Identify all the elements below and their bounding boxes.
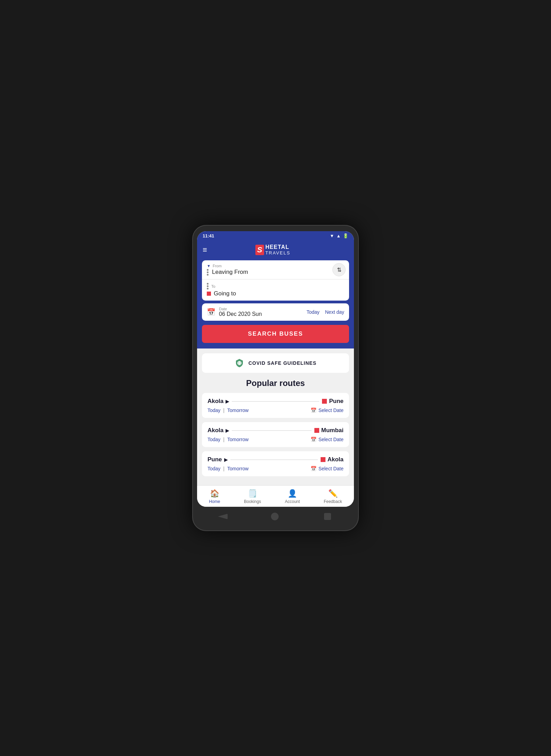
- logo-name: HEETAL: [265, 244, 289, 250]
- logo-subtitle: TRAVELS: [265, 250, 290, 255]
- content-area: COVID SAFE GUIDELINES Popular routes Ako…: [197, 348, 354, 485]
- device-frame: 11:41 ▼ ▲ 🔋 ≡ S HEETAL TRAVELS: [192, 225, 359, 531]
- route-card-2: Pune ▶ Akola Today | Tomorrow: [202, 451, 349, 476]
- popular-routes-title: Popular routes: [202, 378, 349, 388]
- search-card: ▼ From Leaving From ⇅: [202, 260, 349, 301]
- select-date-calendar-icon-1: 📅: [311, 437, 316, 442]
- route-to-2: Akola: [321, 456, 344, 463]
- route-actions-1: Today | Tomorrow 📅 Select Date: [207, 437, 344, 442]
- route-to-sq-icon-2: [321, 457, 325, 462]
- route-line-0: [232, 401, 319, 402]
- route-header-2: Pune ▶ Akola: [207, 456, 344, 463]
- route-tomorrow-btn-2[interactable]: Tomorrow: [227, 466, 248, 471]
- logo-s: S: [255, 245, 264, 255]
- logo: S HEETAL TRAVELS: [255, 244, 290, 255]
- feedback-icon: ✏️: [328, 489, 338, 498]
- route-actions-2: Today | Tomorrow 📅 Select Date: [207, 466, 344, 471]
- route-line-2: [230, 460, 318, 460]
- select-date-calendar-icon-2: 📅: [311, 466, 316, 471]
- bookings-icon: 🗒️: [248, 489, 257, 498]
- route-select-date-btn-0[interactable]: 📅 Select Date: [311, 408, 344, 413]
- top-nav: ≡ S HEETAL TRAVELS: [197, 241, 354, 260]
- battery-icon: 🔋: [343, 233, 348, 238]
- to-dots-icon: [207, 283, 209, 289]
- nav-account-label: Account: [285, 499, 300, 504]
- from-value: Leaving From: [207, 269, 332, 276]
- swap-button[interactable]: ⇅: [332, 263, 346, 276]
- route-actions-0: Today | Tomorrow 📅 Select Date: [207, 408, 344, 413]
- from-dots-icon: [207, 269, 209, 276]
- route-card-0: Akola ▶ Pune Today | Tomorrow: [202, 393, 349, 418]
- date-field[interactable]: 📅 Date 06 Dec 2020 Sun Today Next day: [202, 303, 349, 321]
- search-buses-button[interactable]: SEARCH BUSES: [202, 325, 349, 343]
- route-to-sq-icon-0: [322, 399, 327, 404]
- recents-button[interactable]: [324, 513, 331, 520]
- nav-account[interactable]: 👤 Account: [285, 489, 300, 504]
- account-icon: 👤: [288, 489, 297, 498]
- route-arrow-icon-0: ▶: [226, 399, 229, 404]
- route-to-0: Pune: [322, 398, 344, 405]
- device-hardware-buttons: [197, 507, 354, 523]
- next-day-button[interactable]: Next day: [325, 309, 344, 315]
- route-tomorrow-btn-0[interactable]: Tomorrow: [227, 408, 248, 413]
- route-today-btn-0[interactable]: Today: [207, 408, 220, 413]
- nav-bookings[interactable]: 🗒️ Bookings: [244, 489, 261, 504]
- device-screen: 11:41 ▼ ▲ 🔋 ≡ S HEETAL TRAVELS: [197, 231, 354, 507]
- home-icon: 🏠: [210, 489, 219, 498]
- route-today-btn-2[interactable]: Today: [207, 466, 220, 471]
- wifi-icon: ▼: [330, 233, 334, 238]
- route-to-1: Mumbai: [314, 427, 344, 434]
- route-from-2: Pune ▶: [207, 456, 228, 463]
- select-date-calendar-icon-0: 📅: [311, 408, 316, 413]
- hamburger-menu[interactable]: ≡: [203, 245, 207, 254]
- swap-icon: ⇅: [337, 267, 341, 273]
- covid-text: COVID SAFE GUIDELINES: [248, 360, 316, 366]
- from-field[interactable]: ▼ From Leaving From ⇅: [202, 260, 349, 279]
- from-triangle-icon: ▼: [207, 264, 211, 268]
- date-card: 📅 Date 06 Dec 2020 Sun Today Next day: [202, 303, 349, 321]
- status-time: 11:41: [203, 233, 214, 238]
- home-button[interactable]: [271, 513, 279, 520]
- to-label: To: [207, 283, 332, 289]
- shield-icon: [235, 358, 244, 368]
- calendar-icon: 📅: [207, 308, 215, 316]
- covid-banner[interactable]: COVID SAFE GUIDELINES: [202, 353, 349, 373]
- route-to-sq-icon-1: [314, 428, 319, 433]
- route-line-1: [232, 430, 311, 431]
- today-button[interactable]: Today: [306, 309, 319, 315]
- nav-feedback-label: Feedback: [324, 499, 342, 504]
- route-tomorrow-btn-1[interactable]: Tomorrow: [227, 437, 248, 442]
- svg-rect-2: [238, 363, 241, 364]
- route-header-0: Akola ▶ Pune: [207, 398, 344, 405]
- bottom-nav: 🏠 Home 🗒️ Bookings 👤 Account ✏️ Feedback: [197, 485, 354, 507]
- nav-home[interactable]: 🏠 Home: [209, 489, 220, 504]
- route-today-btn-1[interactable]: Today: [207, 437, 220, 442]
- nav-feedback[interactable]: ✏️ Feedback: [324, 489, 342, 504]
- route-from-1: Akola ▶: [207, 427, 229, 434]
- route-date-btns-1: Today | Tomorrow: [207, 437, 248, 442]
- route-card-1: Akola ▶ Mumbai Today | Tomorrow: [202, 422, 349, 447]
- route-from-0: Akola ▶: [207, 398, 229, 405]
- date-info: Date 06 Dec 2020 Sun: [219, 307, 262, 317]
- route-date-btns-0: Today | Tomorrow: [207, 408, 248, 413]
- nav-bookings-label: Bookings: [244, 499, 261, 504]
- status-bar: 11:41 ▼ ▲ 🔋: [197, 231, 354, 241]
- route-select-date-btn-2[interactable]: 📅 Select Date: [311, 466, 344, 471]
- to-value: Going to: [207, 290, 332, 297]
- status-icons: ▼ ▲ 🔋: [330, 233, 348, 238]
- route-arrow-icon-2: ▶: [224, 457, 228, 462]
- route-arrow-icon-1: ▶: [226, 428, 229, 433]
- from-label: ▼ From: [207, 264, 332, 268]
- search-section: ▼ From Leaving From ⇅: [197, 260, 354, 348]
- signal-icon: ▲: [336, 233, 341, 238]
- to-square-icon: [207, 292, 211, 296]
- date-left: 📅 Date 06 Dec 2020 Sun: [207, 307, 262, 317]
- route-select-date-btn-1[interactable]: 📅 Select Date: [311, 437, 344, 442]
- to-field[interactable]: To Going to: [202, 279, 349, 301]
- nav-home-label: Home: [209, 499, 220, 504]
- logo-text-wrap: HEETAL TRAVELS: [265, 244, 290, 255]
- route-date-btns-2: Today | Tomorrow: [207, 466, 248, 471]
- back-button[interactable]: [218, 514, 228, 519]
- date-actions: Today Next day: [306, 309, 344, 315]
- date-value: 06 Dec 2020 Sun: [219, 311, 262, 317]
